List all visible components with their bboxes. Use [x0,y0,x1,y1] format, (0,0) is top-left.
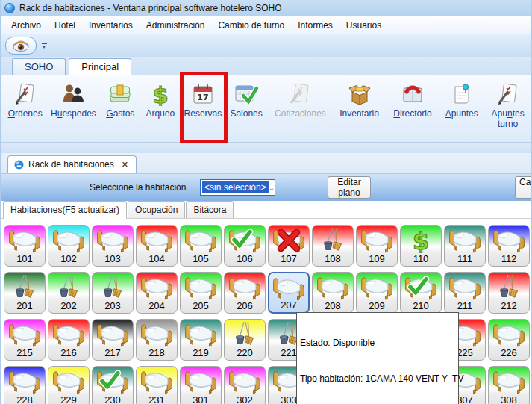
room-tile-217[interactable]: 217 [92,319,134,361]
svg-text:$: $ [413,228,429,253]
ribbon-button-directorio[interactable]: Directorio [387,81,438,137]
room-tile-109[interactable]: 109 [356,225,398,267]
menu-usuarios[interactable]: Usuarios [339,17,388,34]
menu-administraci-n[interactable]: Administración [140,17,212,34]
room-tile-101[interactable]: 101 [4,225,46,267]
chevron-down-icon: ⌄ [269,184,275,192]
ribbon-button-gastos[interactable]: Gastos [103,81,139,137]
room-tile-105[interactable]: 105 [180,225,222,267]
guests-icon [61,82,85,106]
room-tile-107[interactable]: 107 [268,225,310,267]
doc-tab-label: Rack de habitaciones [28,159,114,170]
room-tile-108[interactable]: 108 [312,225,354,267]
menu-archivo[interactable]: Archivo [4,17,48,34]
tab-rack-de-habitaciones[interactable]: Rack de habitaciones ✕ [7,155,137,173]
room-number: 211 [445,300,485,311]
sub-tab-habitaciones-f5-actualizar[interactable]: Habitaciones(F5 actualizar) [3,201,127,219]
room-tile-112[interactable]: 112 [488,225,530,267]
close-icon[interactable]: ✕ [122,160,128,170]
ribbon-button-label: Apuntesturno [492,108,525,129]
ribbon-button-ordenes[interactable]: Ordenes [6,81,44,137]
room-tile-219[interactable]: 219 [180,319,222,361]
load-button-partial[interactable]: Car [515,176,532,199]
bed-icon [93,226,133,254]
ribbon-button-inventario[interactable]: Inventario [334,81,384,137]
room-number: 226 [489,347,529,358]
menu-cambio-de-turno[interactable]: Cambio de turno [211,17,291,34]
menu-hotel[interactable]: Hotel [48,17,82,34]
room-tile-211[interactable]: 211 [444,272,486,314]
room-tile-218[interactable]: 218 [136,319,178,361]
room-tile-209[interactable]: 209 [356,272,398,314]
room-tile-216[interactable]: 216 [48,319,90,361]
room-tile-202[interactable]: 202 [48,272,90,314]
menu-inventarios[interactable]: Inventarios [82,17,140,34]
bed-icon [313,273,353,301]
room-tile-207[interactable]: 207 [268,272,310,314]
room-tile-220[interactable]: 220 [224,319,266,361]
room-tile-212[interactable]: 212 [488,272,530,314]
room-tile-226[interactable]: 226 [488,319,530,361]
bed-icon [445,273,485,301]
room-tile-208[interactable]: 208 [312,272,354,314]
halls-icon [234,82,258,106]
room-number: 301 [181,394,221,404]
room-tile-210[interactable]: 210 [400,272,442,314]
ribbon-button-reservas[interactable]: 17Reservas [182,81,223,137]
room-number: 212 [489,300,529,311]
eye-icon [12,40,30,52]
bed-icon [357,273,397,301]
room-tile-103[interactable]: 103 [92,225,134,267]
room-tile-215[interactable]: 215 [4,319,46,361]
room-tile-104[interactable]: 104 [136,225,178,267]
ribbon-tab-principal[interactable]: Principal [69,58,131,75]
room-tile-230[interactable]: 230 [92,366,134,404]
ribbon-tab-soho[interactable]: SOHO [12,58,66,75]
room-tile-229[interactable]: 229 [48,366,90,404]
clean-icon [93,273,133,301]
ribbon-button-arqueo[interactable]: $Arqueo [141,81,179,137]
room-tile-301[interactable]: 301 [180,366,222,404]
clean-icon [225,320,265,348]
room-tile-206[interactable]: 206 [224,272,266,314]
room-tile-201[interactable]: 201 [4,272,46,314]
bed-icon [4,320,45,348]
room-tile-228[interactable]: 228 [4,366,46,404]
room-tile-110[interactable]: $110 [400,225,442,267]
room-number: 203 [93,300,133,311]
room-tile-102[interactable]: 102 [48,225,90,267]
ribbon-button-huespedes[interactable]: Huespedes [47,81,99,137]
ribbon-button-apuntes-turno[interactable]: Apuntesturno [485,81,531,137]
room-tile-308[interactable]: 308 [488,366,530,404]
room-number: 230 [93,394,133,404]
room-tile-203[interactable]: 203 [92,272,134,314]
room-tile-106[interactable]: 106 [224,225,266,267]
ribbon-button-label: Cotizaciones [275,108,326,119]
window-title: Rack de habitaciones - Ventana principal… [19,3,282,13]
room-number: 217 [93,347,133,358]
ribbon-button-salones[interactable]: Salones [226,81,266,137]
room-number: 209 [357,300,397,311]
room-row: 101102103104105106107108109$110111112 [1,225,531,267]
bed-icon [181,226,221,254]
menu-informes[interactable]: Informes [291,17,339,34]
room-number: 205 [181,300,221,311]
room-tile-204[interactable]: 204 [136,272,178,314]
quick-access-dropdown[interactable]: ▾ [40,43,48,49]
room-tile-111[interactable]: 111 [444,225,486,267]
tooltip-status: Estado: Disponible [300,337,455,349]
sub-tab-bit-cora[interactable]: Bitácora [186,201,234,218]
sub-tab-ocupaci-n[interactable]: Ocupación [128,201,185,218]
ribbon-tab-bar: SOHOPrincipal [1,57,531,75]
room-tile-302[interactable]: 302 [224,366,266,404]
eye-button[interactable] [5,37,37,55]
ribbon-button-apuntes[interactable]: Apuntes [441,81,482,137]
room-tile-231[interactable]: 231 [136,366,178,404]
room-combobox[interactable]: <sin selección> ⌄ [200,179,275,196]
edit-plan-button[interactable]: Editar plano [328,176,371,199]
clean-icon [48,273,89,301]
shift-notes-icon [496,82,520,106]
ribbon-button-label: Apuntes [445,108,478,119]
room-tile-205[interactable]: 205 [180,272,222,314]
bed-icon [137,226,177,254]
